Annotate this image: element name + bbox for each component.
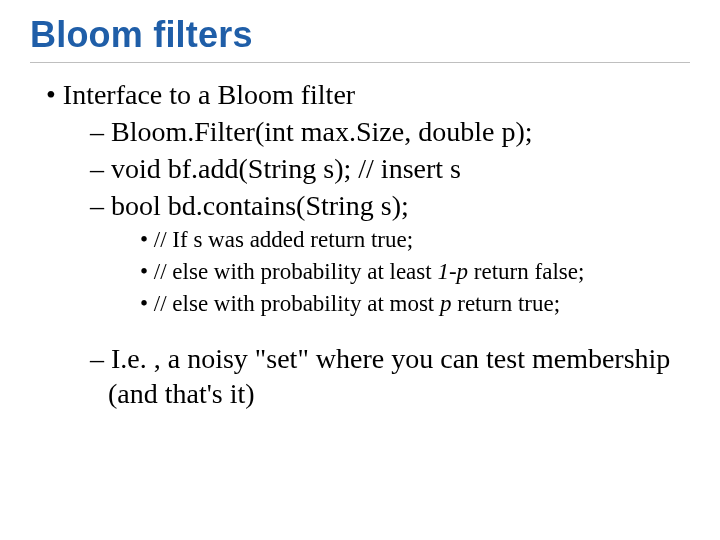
bullet-ie-summary: I.e. , a noisy "set" where you can test … — [90, 341, 690, 411]
bullet-interface: Interface to a Bloom filter — [46, 77, 690, 112]
bullet-contains: bool bd.contains(String s); — [90, 188, 690, 223]
bullet-comment-false: // else with probability at least 1-p re… — [140, 257, 690, 287]
bullet-add: void bf.add(String s); // insert s — [90, 151, 690, 186]
comment-truep-post: return true; — [452, 291, 561, 316]
comment-false-post: return false; — [468, 259, 584, 284]
slide: Bloom filters Interface to a Bloom filte… — [0, 0, 720, 540]
slide-title: Bloom filters — [30, 14, 690, 56]
comment-false-pre: // else with probability at least — [154, 259, 438, 284]
bullet-constructor: Bloom.Filter(int max.Size, double p); — [90, 114, 690, 149]
spacer — [30, 321, 690, 339]
title-underline — [30, 62, 690, 63]
bullet-comment-truep: // else with probability at most p retur… — [140, 289, 690, 319]
comment-false-prob: 1-p — [437, 259, 468, 284]
comment-truep-prob: p — [440, 291, 452, 316]
comment-truep-pre: // else with probability at most — [154, 291, 440, 316]
bullet-comment-true: // If s was added return true; — [140, 225, 690, 255]
